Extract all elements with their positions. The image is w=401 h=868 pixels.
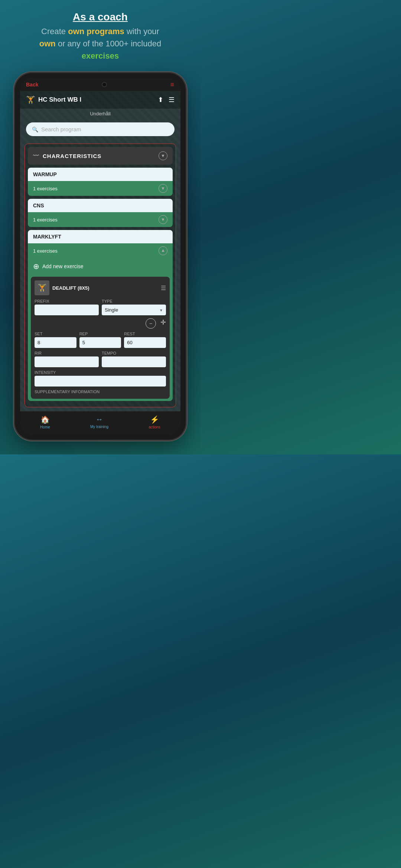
exercise-item-header: 🏋 DEADLIFT (8X5) ☰	[35, 280, 166, 295]
type-select-wrapper: Single Superset Circuit	[102, 305, 166, 315]
training-label: My training	[90, 425, 108, 429]
warmup-collapse-icon[interactable]: ▼	[159, 184, 167, 193]
group-marklyft-name-bar: MARKLYFT	[28, 230, 173, 243]
phone-screen: Back ≡ 🏋 HC Short WB I ⬆ ☰ Underhåll	[20, 78, 180, 434]
nav-item-home[interactable]: 🏠 Home	[40, 415, 50, 429]
supplementary-label: SUPPLEMENTARY INFORMATION	[35, 389, 166, 394]
exercise-menu-icon[interactable]: ☰	[161, 285, 166, 292]
rep-label: REP	[79, 332, 121, 336]
header-subtitle: Create own programs with your own or any…	[39, 25, 161, 62]
marklyft-collapse-icon[interactable]: ▼	[159, 246, 167, 255]
cns-collapse-icon[interactable]: ▼	[159, 215, 167, 224]
rir-tempo-row: RIR TEMPO	[35, 351, 166, 367]
app-background: 🏋 HC Short WB I ⬆ ☰ Underhåll 🔍 Search p…	[20, 91, 180, 434]
group-cns-name: CNS	[33, 203, 44, 208]
char-left: 〰 CHARACTERISTICS	[33, 152, 101, 159]
section-box: 〰 CHARACTERISTICS ▼ WARMUP 1 exercises ▼	[25, 144, 176, 407]
prefix-field: PREFIX	[35, 299, 99, 315]
prefix-label: PREFIX	[35, 299, 99, 303]
remove-icon[interactable]: −	[146, 318, 156, 329]
add-exercise-row[interactable]: ⊕ Add new exercise	[28, 258, 173, 274]
set-label: SET	[35, 332, 76, 336]
group-marklyft: MARKLYFT 1 exercises ▼ ⊕ Add new exercis…	[28, 230, 173, 401]
group-cns-count: 1 exercises	[33, 217, 58, 223]
rep-field: REP	[79, 332, 121, 348]
search-placeholder: Search program	[41, 126, 81, 132]
group-marklyft-exercises-row[interactable]: 1 exercises ▼	[28, 243, 173, 258]
exercise-name: DEADLIFT (8X5)	[52, 285, 161, 291]
group-marklyft-name: MARKLYFT	[33, 234, 61, 240]
action-icons-row: − ✛	[35, 318, 166, 329]
prefix-input[interactable]	[35, 305, 99, 315]
home-label: Home	[40, 425, 50, 429]
group-cns-exercises-row[interactable]: 1 exercises ▼	[28, 212, 173, 227]
set-field: SET	[35, 332, 76, 348]
app-bar-left: 🏋 HC Short WB I	[26, 95, 81, 104]
rir-input[interactable]	[35, 356, 99, 367]
add-exercise-icon: ⊕	[33, 262, 39, 271]
rest-field: REST	[124, 332, 166, 348]
group-cns: CNS 1 exercises ▼	[28, 199, 173, 227]
type-select[interactable]: Single Superset Circuit	[102, 305, 166, 315]
set-rep-rest-row: SET REP REST	[35, 332, 166, 348]
share-icon[interactable]: ⬆	[158, 96, 163, 104]
set-input[interactable]	[35, 337, 76, 348]
group-marklyft-count: 1 exercises	[33, 248, 58, 254]
group-warmup-count: 1 exercises	[33, 186, 58, 191]
search-container: 🔍 Search program	[20, 119, 180, 140]
app-bar-icons: ⬆ ☰	[158, 96, 175, 104]
training-icon: ↔	[95, 415, 103, 424]
characteristics-header[interactable]: 〰 CHARACTERISTICS ▼	[28, 147, 173, 165]
back-label[interactable]: Back	[26, 82, 38, 88]
actions-icon: ⚡	[150, 415, 159, 424]
characteristics-collapse-icon[interactable]: ▼	[159, 151, 167, 160]
exercise-deadlift: 🏋 DEADLIFT (8X5) ☰ PREFIX	[31, 277, 170, 399]
tempo-field: TEMPO	[102, 351, 166, 367]
supplementary-field: SUPPLEMENTARY INFORMATION	[35, 389, 166, 394]
trend-icon: 〰	[33, 152, 39, 159]
rest-input[interactable]	[124, 337, 166, 348]
group-cns-name-bar: CNS	[28, 199, 173, 212]
phone-frame: Back ≡ 🏋 HC Short WB I ⬆ ☰ Underhåll	[15, 73, 186, 440]
intensity-input[interactable]	[35, 376, 166, 387]
barbell-icon: 🏋	[26, 95, 35, 104]
header-title: As a coach	[39, 11, 161, 23]
intensity-label: INTENSITY	[35, 370, 166, 375]
rir-field: RIR	[35, 351, 99, 367]
exercise-thumbnail: 🏋	[35, 280, 49, 295]
app-bar: 🏋 HC Short WB I ⬆ ☰	[20, 91, 180, 109]
rest-label: REST	[124, 332, 166, 336]
camera-hole	[102, 82, 107, 87]
rir-label: RIR	[35, 351, 99, 355]
search-bar[interactable]: 🔍 Search program	[26, 122, 175, 136]
tempo-input[interactable]	[102, 356, 166, 367]
move-icon[interactable]: ✛	[160, 318, 166, 329]
notch-bar: Back ≡	[20, 78, 180, 91]
home-icon: 🏠	[40, 415, 50, 424]
group-warmup: WARMUP 1 exercises ▼	[28, 168, 173, 196]
type-field: TYPE Single Superset Circuit	[102, 299, 166, 315]
content-area: 〰 CHARACTERISTICS ▼ WARMUP 1 exercises ▼	[20, 140, 180, 411]
list-icon[interactable]: ☰	[169, 96, 175, 104]
header-section: As a coach Create own programs with your…	[32, 11, 169, 62]
type-label: TYPE	[102, 299, 166, 303]
add-exercise-label: Add new exercise	[42, 263, 84, 269]
characteristics-title: CHARACTERISTICS	[43, 153, 101, 159]
app-bar-title: HC Short WB I	[38, 96, 81, 103]
group-warmup-exercises-row[interactable]: 1 exercises ▼	[28, 181, 173, 196]
hamburger-icon[interactable]: ≡	[170, 81, 175, 89]
search-icon: 🔍	[32, 126, 38, 132]
prefix-type-row: PREFIX TYPE Single Superset	[35, 299, 166, 315]
tempo-label: TEMPO	[102, 351, 166, 355]
tab-label[interactable]: Underhåll	[20, 109, 180, 119]
intensity-field: INTENSITY	[35, 370, 166, 387]
group-warmup-name: WARMUP	[33, 171, 57, 177]
rep-input[interactable]	[79, 337, 121, 348]
bottom-nav: 🏠 Home ↔ My training ⚡ actions	[20, 411, 180, 434]
actions-label: actions	[149, 425, 160, 429]
group-warmup-name-bar: WARMUP	[28, 168, 173, 181]
nav-item-actions[interactable]: ⚡ actions	[149, 415, 160, 429]
nav-item-training[interactable]: ↔ My training	[90, 415, 108, 429]
